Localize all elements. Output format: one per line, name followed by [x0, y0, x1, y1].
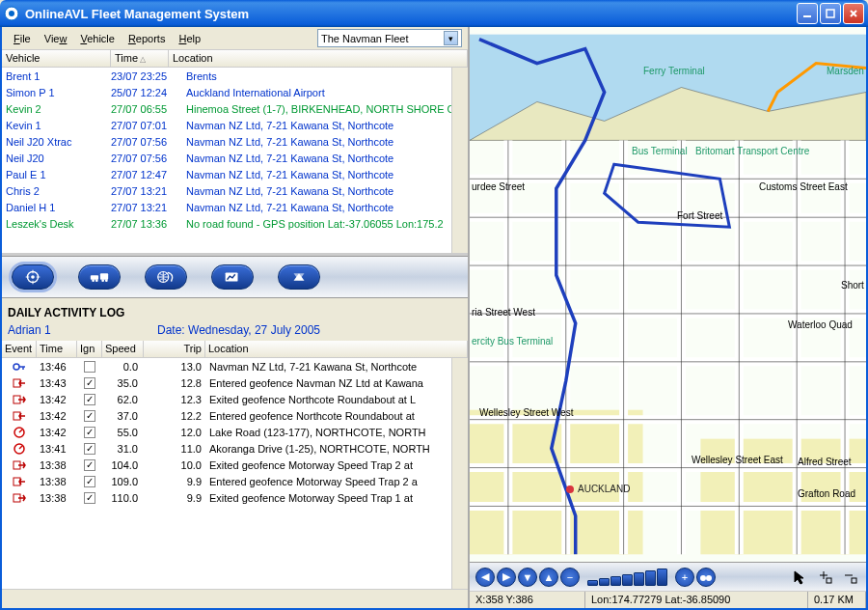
map-label-customs: Customs Street East	[759, 181, 848, 192]
pan-up-button[interactable]: ▲	[539, 568, 558, 587]
svg-rect-30	[827, 578, 831, 583]
vehicle-row[interactable]: Chris 227/07 13:21Navman NZ Ltd, 7-21 Ka…	[2, 182, 468, 199]
enter-icon	[2, 476, 37, 487]
dal-trip: 12.0	[144, 427, 205, 438]
col-time[interactable]: Time△	[111, 50, 169, 67]
vehicle-row[interactable]: Daniel H 127/07 13:21Navman NZ Ltd, 7-21…	[2, 199, 468, 215]
vehicle-time: 27/07 13:21	[111, 202, 186, 213]
vehicle-location: Navman NZ Ltd, 7-21 Kawana St, Northcote	[186, 152, 464, 164]
exit-icon	[2, 394, 37, 405]
map-label-fort: Fort Street	[677, 210, 722, 221]
zoom-in-button[interactable]: +	[675, 568, 694, 587]
dal-col-event[interactable]: Event	[2, 341, 37, 357]
pointer-tool[interactable]	[791, 568, 810, 587]
close-button[interactable]	[843, 3, 864, 24]
dal-row[interactable]: 13:460.013.0Navman NZ Ltd, 7-21 Kawana S…	[2, 358, 468, 374]
fleet-selector[interactable]: The Navman Fleet ▾	[317, 29, 462, 47]
col-vehicle[interactable]: Vehicle	[2, 50, 111, 67]
menu-file[interactable]: File	[8, 31, 37, 46]
map-canvas[interactable]: Ferry Terminal Marsden Bus Terminal Brit…	[470, 27, 866, 562]
dal-col-speed[interactable]: Speed	[102, 341, 144, 357]
vehicle-list-scrollbar[interactable]	[451, 68, 468, 253]
dal-row[interactable]: 13:43✓35.012.8Entered geofence Navman NZ…	[2, 374, 468, 391]
dal-trip: 11.0	[144, 443, 205, 455]
pan-right-button[interactable]: ▶	[497, 568, 516, 587]
vehicles-button[interactable]	[78, 264, 121, 290]
vehicle-row[interactable]: Neil J2027/07 07:56Navman NZ Ltd, 7-21 K…	[2, 150, 468, 166]
enter-icon	[2, 377, 37, 389]
dal-time: 13:38	[37, 476, 77, 487]
dal-row[interactable]: 13:42✓37.012.2Entered geofence Northcote…	[2, 407, 468, 424]
vehicle-time: 27/07 07:56	[111, 136, 186, 148]
dal-row[interactable]: 13:38✓109.09.9Entered geofence Motorway …	[2, 473, 468, 489]
dal-col-time[interactable]: Time	[37, 341, 77, 357]
menu-help[interactable]: Help	[173, 31, 206, 46]
titlebar: OnlineAVL Fleet Management System	[0, 0, 868, 27]
vehicle-name: Neil J20 Xtrac	[6, 136, 111, 148]
pan-left-button[interactable]: ◀	[475, 568, 495, 587]
map-toolbar: ◀ ▶ ▼ ▲ − +	[470, 562, 866, 591]
dal-row[interactable]: 13:42✓62.012.3Exited geofence Northcote …	[2, 391, 468, 407]
col-location[interactable]: Location	[169, 50, 468, 67]
dal-col-trip[interactable]: Trip	[144, 341, 205, 357]
vehicle-location: Navman NZ Ltd, 7-21 Kawana St, Northcote	[186, 136, 464, 148]
chart-button[interactable]	[211, 264, 254, 290]
dal-time: 13:46	[37, 361, 77, 373]
vehicle-location: Brents	[186, 70, 464, 82]
dal-trip: 10.0	[144, 459, 205, 471]
menu-vehicle[interactable]: Vehicle	[74, 31, 120, 46]
vehicle-row[interactable]: Brent 123/07 23:25Brents	[2, 68, 468, 84]
dal-row[interactable]: 13:42✓55.012.0Lake Road (123-177), NORTH…	[2, 424, 468, 440]
activity-log-button[interactable]	[278, 264, 320, 290]
zoom-level-bars[interactable]	[587, 568, 667, 586]
dal-col-location[interactable]: Location	[205, 341, 468, 357]
map-label-wellesley-w: Wellesley Street West	[479, 407, 573, 418]
menu-view[interactable]: View	[39, 31, 73, 46]
menu-reports[interactable]: Reports	[122, 31, 172, 46]
vehicle-row[interactable]: Paul E 127/07 12:47Navman NZ Ltd, 7-21 K…	[2, 166, 468, 182]
map-label-alfred: Alfred Street	[798, 457, 852, 467]
svg-point-8	[92, 279, 95, 282]
dal-speed: 110.0	[102, 492, 144, 504]
zoom-in-tool[interactable]	[816, 568, 835, 587]
dal-time: 13:42	[37, 394, 77, 405]
exit-icon	[2, 459, 37, 471]
dal-col-ign[interactable]: Ign	[77, 341, 102, 357]
dal-speed: 0.0	[102, 361, 144, 373]
dal-speed: 55.0	[102, 427, 144, 438]
target-button[interactable]	[12, 264, 54, 290]
zoom-out-tool[interactable]	[841, 568, 860, 587]
svg-point-29	[706, 575, 712, 581]
dal-row[interactable]: 13:38✓110.09.9Exited geofence Motorway S…	[2, 489, 468, 506]
vehicle-row[interactable]: Leszek's Desk27/07 13:36No road found - …	[2, 215, 468, 232]
vehicle-list: Vehicle Time△ Location Brent 123/07 23:2…	[2, 50, 468, 253]
dal-row[interactable]: 13:38✓104.010.0Exited geofence Motorway …	[2, 457, 468, 473]
key-icon	[2, 361, 37, 373]
dal-location: Exited geofence Motorway Speed Trap 1 at	[205, 492, 468, 504]
svg-rect-31	[852, 578, 856, 583]
svg-rect-7	[100, 273, 108, 279]
vehicle-row[interactable]: Neil J20 Xtrac27/07 07:56Navman NZ Ltd, …	[2, 133, 468, 150]
dal-time: 13:42	[37, 427, 77, 438]
minimize-button[interactable]	[797, 3, 818, 24]
maximize-button[interactable]	[820, 3, 841, 24]
vehicle-row[interactable]: Simon P 125/07 12:24Auckland Internation…	[2, 84, 468, 100]
globe-button[interactable]	[145, 264, 187, 290]
dal-scrollbar[interactable]	[451, 358, 468, 589]
binoculars-button[interactable]	[696, 568, 716, 587]
vehicle-name: Simon P 1	[6, 87, 111, 98]
map-svg	[470, 27, 866, 562]
dal-row[interactable]: 13:41✓31.011.0Akoranga Drive (1-25), NOR…	[2, 440, 468, 457]
svg-point-12	[158, 272, 169, 283]
vehicle-row[interactable]: Kevin 227/07 06:55Hinemoa Street (1-7), …	[2, 100, 468, 117]
vehicle-name: Brent 1	[6, 70, 111, 82]
zoom-out-button[interactable]: −	[560, 568, 580, 587]
pan-down-button[interactable]: ▼	[518, 568, 537, 587]
svg-point-1	[9, 11, 14, 16]
map-label-marsden: Marsden	[827, 66, 864, 76]
vehicle-row[interactable]: Kevin 127/07 07:01Navman NZ Ltd, 7-21 Ka…	[2, 117, 468, 133]
dal-ign: ✓	[77, 476, 102, 487]
dal-trip: 12.3	[144, 394, 205, 405]
dal-location: Exited geofence Motorway Speed Trap 2 at	[205, 459, 468, 471]
dal-ign	[77, 361, 102, 373]
